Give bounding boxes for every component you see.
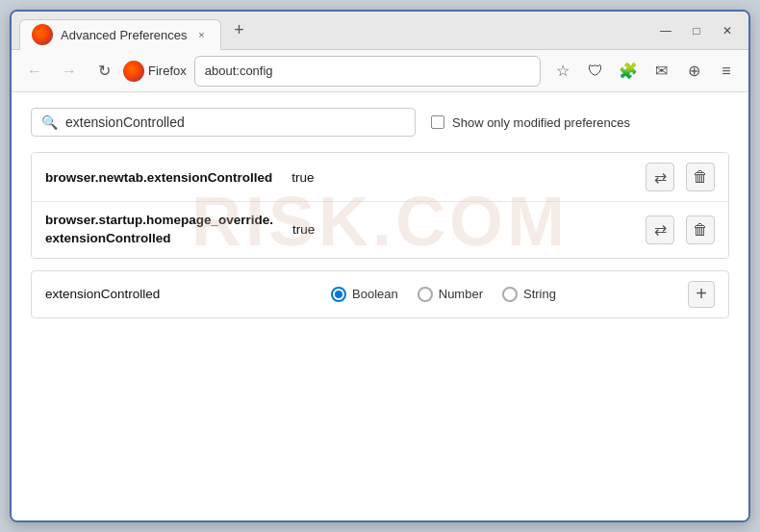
toggle-button-1[interactable]: ⇄: [646, 163, 674, 191]
results-table: browser.newtab.extensionControlled true …: [31, 152, 729, 259]
boolean-label: Boolean: [352, 287, 398, 301]
forward-button[interactable]: →: [54, 56, 85, 87]
nav-icon-group: ☆ 🛡 🧩 ✉ ⊕ ≡: [548, 57, 741, 86]
type-radio-group: Boolean Number String: [211, 287, 676, 302]
number-option[interactable]: Number: [418, 287, 483, 302]
minimize-button[interactable]: —: [652, 20, 679, 41]
boolean-radio[interactable]: [331, 287, 346, 302]
mail-icon[interactable]: ✉: [646, 57, 675, 86]
toggle-icon-2: ⇄: [654, 220, 667, 239]
shield-icon[interactable]: 🛡: [581, 57, 610, 86]
delete-button-1[interactable]: 🗑: [686, 163, 715, 191]
add-pref-button[interactable]: +: [688, 281, 715, 308]
tab-title: Advanced Preferences: [61, 28, 188, 42]
number-radio[interactable]: [418, 287, 433, 302]
toggle-button-2[interactable]: ⇄: [646, 215, 674, 244]
browser-tab[interactable]: Advanced Preferences ×: [19, 19, 221, 50]
search-input[interactable]: [65, 114, 405, 130]
bookmark-icon[interactable]: ☆: [548, 57, 577, 86]
toggle-icon-1: ⇄: [654, 168, 667, 187]
extension-icon[interactable]: 🧩: [614, 57, 643, 86]
show-modified-row: Show only modified preferences: [431, 115, 630, 130]
string-radio[interactable]: [502, 287, 518, 302]
url-bar[interactable]: about:config: [194, 56, 541, 87]
content-area: 🔍 Show only modified preferences browser…: [12, 92, 748, 520]
window-controls: — □ ✕: [652, 20, 741, 41]
new-tab-button[interactable]: +: [227, 18, 252, 43]
profile-icon[interactable]: ⊕: [679, 57, 708, 86]
pref-value-2: true: [292, 222, 315, 237]
firefox-wordmark: Firefox: [148, 63, 187, 78]
new-pref-name: extensionControlled: [45, 287, 199, 301]
show-modified-checkbox[interactable]: [431, 115, 444, 129]
nav-bar: ← → ↻ Firefox about:config ☆ 🛡 🧩 ✉ ⊕ ≡: [12, 50, 748, 92]
close-button[interactable]: ✕: [714, 20, 741, 41]
firefox-logo: [123, 61, 144, 82]
table-row: browser.newtab.extensionControlled true …: [32, 153, 728, 202]
menu-icon[interactable]: ≡: [712, 57, 741, 86]
table-row: browser.startup.homepage_override. exten…: [32, 202, 728, 258]
url-text: about:config: [205, 63, 273, 78]
back-button[interactable]: ←: [19, 56, 50, 87]
pref-name-2: browser.startup.homepage_override. exten…: [45, 212, 273, 248]
pref-value-1: true: [291, 170, 314, 185]
delete-button-2[interactable]: 🗑: [686, 215, 715, 244]
string-label: String: [523, 287, 556, 301]
add-pref-row: extensionControlled Boolean Number Strin…: [31, 270, 729, 318]
number-label: Number: [439, 287, 483, 301]
search-box[interactable]: 🔍: [31, 108, 416, 137]
refresh-button[interactable]: ↻: [89, 56, 119, 87]
search-icon: 🔍: [41, 114, 58, 130]
search-bar-row: 🔍 Show only modified preferences: [31, 108, 729, 137]
content-wrapper: 🔍 Show only modified preferences browser…: [31, 108, 729, 318]
string-option[interactable]: String: [502, 287, 556, 302]
pref-name-1: browser.newtab.extensionControlled: [45, 170, 272, 185]
delete-icon-2: 🗑: [693, 221, 708, 239]
maximize-button[interactable]: □: [683, 20, 710, 41]
tab-favicon: [32, 24, 53, 45]
tab-close-button[interactable]: ×: [195, 28, 209, 41]
title-bar: Advanced Preferences × + — □ ✕: [12, 12, 748, 50]
delete-icon-1: 🗑: [693, 168, 708, 186]
boolean-option[interactable]: Boolean: [331, 287, 398, 302]
show-modified-label: Show only modified preferences: [452, 115, 630, 130]
